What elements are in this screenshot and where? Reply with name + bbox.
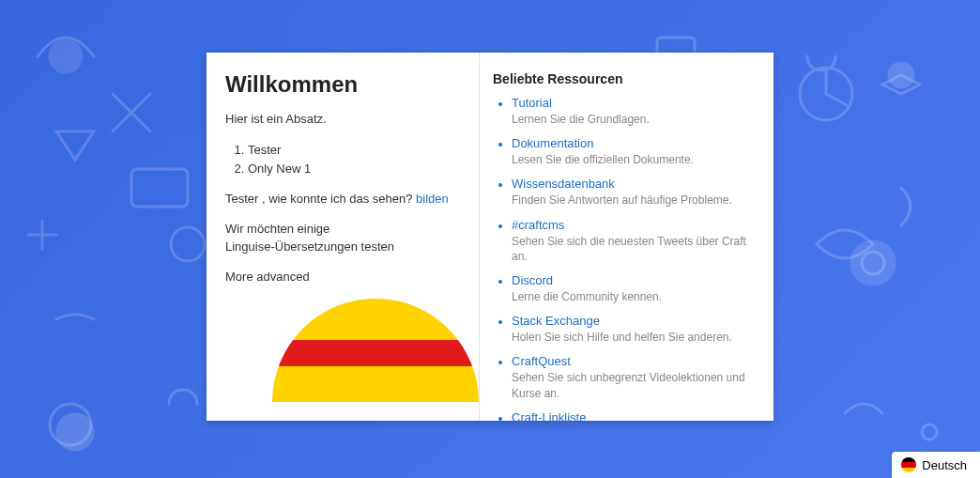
germany-flag-icon	[901, 457, 916, 472]
resource-description: Sehen Sie sich die neuesten Tweets über …	[512, 234, 755, 264]
list-item: Tester	[248, 141, 479, 160]
svg-point-3	[862, 252, 884, 274]
resource-link[interactable]: Wissensdatenbank	[512, 177, 755, 191]
resource-item: WissensdatenbankFinden Sie Antworten auf…	[512, 177, 755, 208]
content-pane[interactable]: Willkommen Hier ist ein Absatz. Tester O…	[207, 53, 479, 421]
resource-item: TutorialLernen Sie die Grundlagen.	[512, 96, 755, 127]
resource-link[interactable]: Tutorial	[512, 96, 755, 110]
resource-description: Lesen Sie die offiziellen Dokumente.	[512, 152, 755, 167]
resource-item: DiscordLerne die Community kennen.	[512, 273, 755, 304]
list-item: Only New 1	[248, 160, 479, 178]
language-picker[interactable]: Deutsch	[892, 452, 980, 478]
resource-description: Lernen Sie die Grundlagen.	[512, 112, 755, 127]
question-text: Tester , wie konnte ich das sehen?	[225, 192, 416, 206]
resource-item: CraftQuestSehen Sie sich unbegrenzt Vide…	[512, 354, 755, 400]
ordered-list: Tester Only New 1	[248, 141, 479, 177]
resource-link[interactable]: Discord	[512, 273, 755, 287]
resource-link[interactable]: CraftQuest	[512, 354, 755, 368]
resources-heading: Beliebte Ressourcen	[493, 71, 755, 86]
resource-item: Craft-LinklisteBleiben Sie auf dem Laufe…	[512, 410, 755, 421]
resource-link[interactable]: Stack Exchange	[512, 314, 755, 328]
resource-description: Sehen Sie sich unbegrenzt Videolektionen…	[512, 370, 755, 400]
resource-description: Holen Sie sich Hilfe und helfen Sie ande…	[512, 330, 755, 345]
intro-paragraph: Hier ist ein Absatz.	[225, 111, 479, 128]
resource-description: Finden Sie Antworten auf häufige Problem…	[512, 193, 755, 208]
resource-item: Stack ExchangeHolen Sie sich Hilfe und h…	[512, 314, 755, 345]
resource-link[interactable]: #craftcms	[512, 218, 755, 232]
resources-list: TutorialLernen Sie die Grundlagen.Dokume…	[493, 96, 755, 421]
svg-point-2	[171, 227, 205, 261]
language-label: Deutsch	[922, 458, 967, 472]
resource-item: DokumentationLesen Sie die offiziellen D…	[512, 136, 755, 167]
more-advanced-label: More advanced	[225, 269, 479, 285]
resource-description: Lerne die Community kennen.	[512, 289, 755, 304]
svg-point-5	[922, 424, 937, 439]
page-title: Willkommen	[225, 71, 479, 98]
welcome-card: Willkommen Hier ist ein Absatz. Tester O…	[207, 53, 773, 421]
svg-point-0	[50, 404, 91, 445]
svg-rect-1	[131, 169, 188, 207]
flag-semicircle-icon	[272, 299, 479, 402]
resource-item: #craftcmsSehen Sie sich die neuesten Twe…	[512, 218, 755, 264]
resources-pane[interactable]: Beliebte Ressourcen TutorialLernen Sie d…	[480, 53, 773, 421]
resource-link[interactable]: Dokumentation	[512, 136, 755, 150]
bilden-link[interactable]: bilden	[416, 192, 449, 206]
question-line: Tester , wie konnte ich das sehen? bilde…	[225, 191, 479, 208]
resource-link[interactable]: Craft-Linkliste	[512, 410, 755, 421]
translate-paragraph: Wir möchten einige Linguise-Übersetzunge…	[225, 221, 479, 254]
